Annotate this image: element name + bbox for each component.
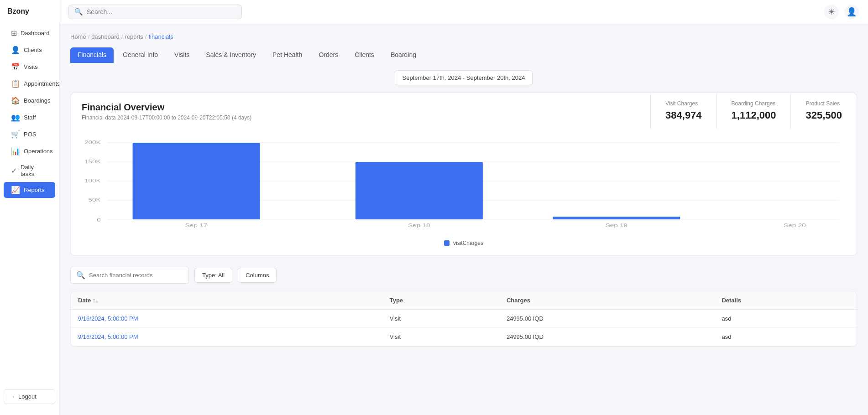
financial-overview-card: Financial Overview Financial data 2024-0…	[70, 93, 857, 256]
type-filter-button[interactable]: Type: All	[194, 268, 232, 283]
sidebar-item-pos[interactable]: 🛒 POS	[4, 126, 55, 142]
breadcrumb-reports[interactable]: reports	[125, 33, 143, 40]
svg-text:Sep 18: Sep 18	[408, 223, 430, 228]
svg-text:150K: 150K	[84, 159, 101, 164]
stat-product-sales-label: Product Sales	[805, 100, 842, 107]
sidebar-item-operations[interactable]: 📊 Operations	[4, 143, 55, 159]
table-search-input[interactable]	[89, 272, 183, 279]
sidebar-item-label: Visits	[24, 63, 38, 70]
tab-sales-inventory[interactable]: Sales & Inventory	[199, 47, 263, 63]
sidebar-item-dashboard[interactable]: ⊞ Dashboard	[4, 25, 55, 41]
search-icon: 🔍	[74, 8, 83, 16]
cell-details: asd	[714, 328, 857, 346]
stat-visit-charges: Visit Charges 384,974	[651, 93, 716, 129]
table-body: 9/16/2024, 5:00:00 PM Visit 24995.00 IQD…	[71, 310, 857, 346]
sidebar-item-label: Reports	[24, 187, 45, 193]
date-range-display[interactable]: September 17th, 2024 - September 20th, 2…	[395, 70, 533, 85]
tab-clients[interactable]: Clients	[347, 47, 382, 63]
tab-general-info[interactable]: General Info	[115, 47, 165, 63]
cell-charges: 24995.00 IQD	[499, 328, 714, 346]
svg-rect-12	[356, 162, 483, 219]
topbar: 🔍 ☀ 👤	[59, 0, 868, 24]
table-header: Date ↑↓ Type Charges Details	[71, 291, 857, 310]
stat-boarding-charges-value: 1,112,000	[732, 109, 776, 121]
tab-boarding[interactable]: Boarding	[383, 47, 424, 63]
chart-container: 200K 150K 100K 50K 0	[82, 136, 846, 236]
daily-tasks-icon: ✓	[11, 166, 17, 175]
cell-date: 9/16/2024, 5:00:00 PM	[71, 328, 382, 346]
date-link[interactable]: 9/16/2024, 5:00:00 PM	[78, 333, 138, 340]
sidebar-item-appointments[interactable]: 📋 Appointments	[4, 76, 55, 92]
chart-svg: 200K 150K 100K 50K 0	[82, 136, 846, 236]
sidebar: Bzony ⊞ Dashboard 👤 Clients 📅 Visits 📋 A…	[0, 0, 59, 415]
col-header-type: Type	[382, 291, 499, 310]
sidebar-item-label: Appointments	[24, 80, 60, 87]
sidebar-item-daily-tasks[interactable]: ✓ Daily tasks	[4, 160, 55, 181]
svg-text:Sep 20: Sep 20	[784, 223, 806, 228]
visits-icon: 📅	[11, 62, 20, 71]
app-logo: Bzony	[0, 7, 59, 25]
chart-legend-label: visitCharges	[453, 240, 483, 246]
tab-visits[interactable]: Visits	[167, 47, 197, 63]
table-search-box[interactable]: 🔍	[70, 267, 189, 284]
chart-area: 200K 150K 100K 50K 0	[71, 129, 857, 255]
svg-text:200K: 200K	[84, 140, 101, 145]
sidebar-item-boardings[interactable]: 🏠 Boardings	[4, 93, 55, 109]
stat-visit-charges-value: 384,974	[665, 109, 702, 121]
reports-icon: 📈	[11, 186, 20, 194]
breadcrumb: Home / dashboard / reports / financials	[70, 33, 857, 40]
sidebar-item-reports[interactable]: 📈 Reports	[4, 182, 55, 198]
logout-button[interactable]: → Logout	[4, 389, 55, 404]
svg-text:Sep 19: Sep 19	[605, 223, 627, 228]
user-profile-button[interactable]: 👤	[844, 5, 859, 19]
sidebar-item-label: Staff	[24, 114, 36, 121]
cell-date: 9/16/2024, 5:00:00 PM	[71, 310, 382, 328]
stat-product-sales: Product Sales 325,500	[790, 93, 857, 129]
table-row: 9/16/2024, 5:00:00 PM Visit 24995.00 IQD…	[71, 310, 857, 328]
col-header-date[interactable]: Date ↑↓	[71, 291, 382, 310]
sidebar-item-staff[interactable]: 👥 Staff	[4, 109, 55, 125]
pos-icon: 🛒	[11, 130, 20, 139]
stat-visit-charges-label: Visit Charges	[665, 100, 702, 107]
boardings-icon: 🏠	[11, 96, 20, 105]
chart-legend: visitCharges	[82, 240, 846, 246]
tab-financials[interactable]: Financials	[70, 47, 114, 63]
stat-boarding-charges-label: Boarding Charges	[732, 100, 776, 107]
date-link[interactable]: 9/16/2024, 5:00:00 PM	[78, 315, 138, 322]
col-header-details: Details	[714, 291, 857, 310]
sidebar-item-visits[interactable]: 📅 Visits	[4, 59, 55, 75]
report-tabs: Financials General Info Visits Sales & I…	[70, 47, 857, 63]
sidebar-item-label: POS	[24, 131, 36, 138]
columns-button[interactable]: Columns	[238, 268, 277, 283]
stat-boarding-charges: Boarding Charges 1,112,000	[716, 93, 791, 129]
table-search-icon: 🔍	[76, 271, 85, 280]
search-input[interactable]	[87, 8, 236, 16]
svg-rect-10	[133, 143, 260, 219]
staff-icon: 👥	[11, 113, 20, 122]
logout-label: Logout	[18, 393, 37, 400]
breadcrumb-current: financials	[148, 33, 173, 40]
svg-text:0: 0	[97, 217, 101, 223]
topbar-actions: ☀ 👤	[824, 5, 859, 19]
sidebar-item-label: Operations	[24, 148, 53, 155]
sidebar-item-label: Daily tasks	[21, 164, 48, 177]
dashboard-icon: ⊞	[11, 29, 17, 37]
global-search-box[interactable]: 🔍	[68, 5, 242, 19]
table-section: 🔍 Type: All Columns Date ↑↓ Type Charges…	[70, 267, 857, 347]
table-controls: 🔍 Type: All Columns	[70, 267, 857, 291]
tab-pet-health[interactable]: Pet Health	[265, 47, 309, 63]
date-range-container: September 17th, 2024 - September 20th, 2…	[70, 70, 857, 85]
overview-stats: Visit Charges 384,974 Boarding Charges 1…	[650, 93, 857, 129]
sidebar-item-label: Dashboard	[21, 30, 50, 36]
legend-dot-visit-charges	[444, 240, 450, 246]
sidebar-item-label: Clients	[24, 47, 42, 53]
page-content: Home / dashboard / reports / financials …	[59, 24, 868, 415]
sidebar-item-clients[interactable]: 👤 Clients	[4, 42, 55, 58]
svg-text:50K: 50K	[89, 197, 101, 202]
cell-type: Visit	[382, 310, 499, 328]
theme-toggle-button[interactable]: ☀	[824, 5, 839, 19]
breadcrumb-dashboard[interactable]: dashboard	[91, 33, 119, 40]
tab-orders[interactable]: Orders	[311, 47, 345, 63]
svg-text:100K: 100K	[84, 178, 101, 183]
breadcrumb-home[interactable]: Home	[70, 33, 86, 40]
